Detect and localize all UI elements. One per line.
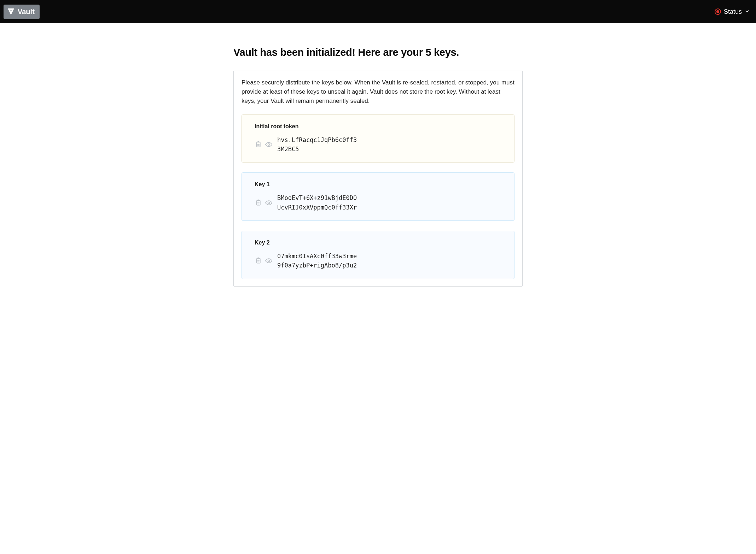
app-name: Vault	[18, 8, 35, 16]
key-card-1: Key 1	[242, 172, 514, 221]
key-value: 07mkmc0IsAXc0ff33w3rme9f0a7yzbP+rigAbo8/…	[277, 252, 359, 270]
root-token-actions	[255, 141, 272, 148]
root-token-card: Initial root token	[242, 114, 514, 163]
svg-point-1	[11, 10, 11, 10]
key-card-2: Key 2	[242, 231, 514, 279]
svg-point-2	[12, 10, 12, 10]
root-token-label: Initial root token	[255, 123, 501, 130]
eye-icon[interactable]	[265, 257, 272, 264]
vault-logo-icon	[7, 8, 15, 16]
root-token-row: hvs.LfRacqc1JqPb6c0ff33M2BC5	[255, 135, 501, 154]
key-actions	[255, 257, 272, 264]
page-title: Vault has been initialized! Here are you…	[233, 46, 523, 59]
key-row: BMooEvT+6X+z91wBjdE0DOUcvRIJ0xXVppmQc0ff…	[255, 193, 501, 212]
eye-icon[interactable]	[265, 199, 272, 206]
svg-point-7	[268, 144, 270, 146]
copy-icon[interactable]	[255, 199, 262, 206]
app-header: Vault Status	[0, 0, 756, 23]
key-row: 07mkmc0IsAXc0ff33w3rme9f0a7yzbP+rigAbo8/…	[255, 252, 501, 270]
svg-point-9	[268, 202, 270, 204]
svg-point-4	[11, 10, 12, 11]
copy-icon[interactable]	[255, 141, 262, 148]
status-menu[interactable]: Status	[715, 8, 750, 16]
keys-panel: Please securely distribute the keys belo…	[233, 71, 523, 287]
svg-point-5	[11, 11, 11, 12]
svg-point-3	[10, 10, 11, 11]
status-indicator-icon	[715, 8, 721, 15]
status-label: Status	[724, 8, 742, 16]
key-label: Key 2	[255, 240, 501, 246]
svg-point-11	[268, 260, 270, 262]
svg-point-0	[10, 10, 10, 10]
key-actions	[255, 199, 272, 206]
key-value: BMooEvT+6X+z91wBjdE0DOUcvRIJ0xXVppmQc0ff…	[277, 193, 359, 212]
instructions-text: Please securely distribute the keys belo…	[242, 78, 514, 106]
vault-logo-badge[interactable]: Vault	[4, 5, 40, 19]
copy-icon[interactable]	[255, 257, 262, 264]
eye-icon[interactable]	[265, 141, 272, 148]
chevron-down-icon	[745, 8, 750, 16]
main-content: Vault has been initialized! Here are you…	[228, 23, 528, 309]
root-token-value: hvs.LfRacqc1JqPb6c0ff33M2BC5	[277, 135, 359, 154]
key-label: Key 1	[255, 181, 501, 188]
